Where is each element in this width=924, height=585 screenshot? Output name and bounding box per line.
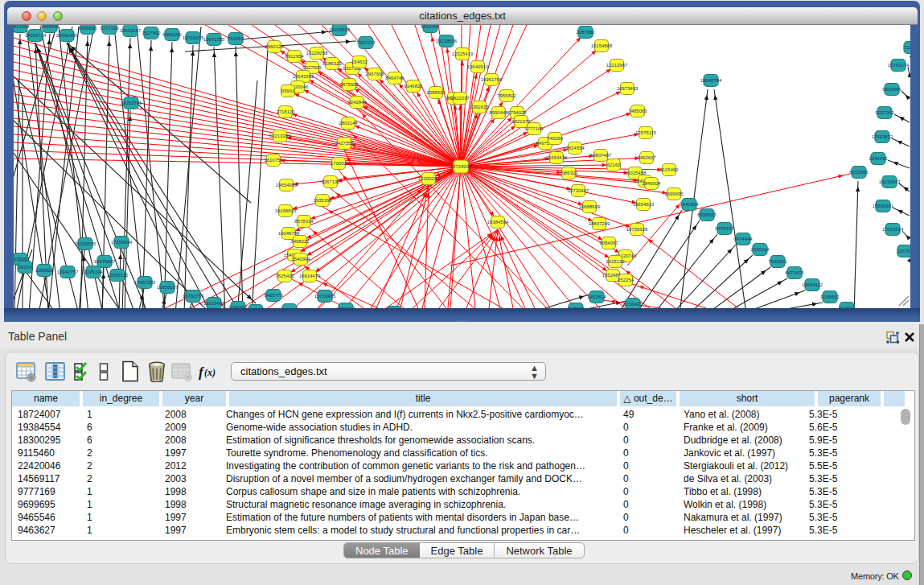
svg-text:9777169: 9777169 [524,126,544,131]
svg-text:3267130: 3267130 [321,179,340,184]
svg-text:13640910: 13640910 [467,64,489,69]
svg-text:252254: 252254 [618,278,634,282]
svg-text:170062: 170062 [331,161,347,166]
svg-text:13226058: 13226058 [306,51,328,56]
svg-text:1615132: 1615132 [606,259,625,264]
svg-text:1244415: 1244415 [869,156,888,161]
svg-text:10975887: 10975887 [94,259,116,264]
svg-text:751552: 751552 [228,36,244,41]
svg-text:10688609: 10688609 [579,204,601,209]
svg-text:15751074: 15751074 [888,63,910,68]
svg-text:17957255: 17957255 [134,280,156,285]
svg-text:16210643: 16210643 [879,179,901,184]
svg-text:18807249: 18807249 [589,221,610,226]
svg-text:9084067: 9084067 [599,241,618,245]
svg-text:6479197: 6479197 [715,226,734,231]
svg-text:1527602: 1527602 [142,31,161,35]
svg-text:7625402: 7625402 [275,274,294,278]
svg-text:16648784: 16648784 [700,78,722,83]
svg-text:10958107: 10958107 [157,285,179,290]
svg-text:2803144: 2803144 [339,121,358,126]
svg-text:9327509: 9327509 [302,65,322,70]
svg-text:8990448: 8990448 [489,110,508,115]
svg-text:2967608: 2967608 [365,72,384,76]
svg-text:12325419: 12325419 [452,51,474,56]
svg-text:8813054: 8813054 [421,25,440,29]
svg-text:9245652: 9245652 [820,295,840,299]
svg-text:10653267: 10653267 [120,28,142,33]
svg-text:9699695: 9699695 [78,26,97,31]
svg-text:1935399: 1935399 [313,198,332,203]
svg-text:15720407: 15720407 [568,188,589,193]
svg-text:9242844: 9242844 [347,100,367,105]
svg-text:20364436: 20364436 [546,155,568,160]
svg-text:9474444: 9474444 [733,237,753,241]
svg-text:9465779: 9465779 [264,293,283,298]
svg-text:2087682: 2087682 [576,30,595,35]
svg-text:9465546: 9465546 [40,25,60,29]
svg-text:12213967: 12213967 [606,63,628,68]
svg-text:19218506: 19218506 [436,39,458,43]
svg-text:1362615: 1362615 [470,105,489,109]
svg-text:12093822: 12093822 [872,134,893,139]
svg-text:17359934: 17359934 [111,240,133,245]
svg-text:16543362: 16543362 [293,74,314,79]
svg-text:18724007: 18724007 [450,164,472,169]
svg-text:16154808: 16154808 [591,43,613,48]
svg-text:10756928: 10756928 [626,227,648,232]
svg-text:9146821: 9146821 [404,84,423,89]
svg-text:3822037: 3822037 [450,96,470,101]
svg-text:8186323: 8186323 [322,61,342,66]
svg-text:19166825: 19166825 [275,208,297,213]
svg-text:1588520: 1588520 [426,90,446,95]
svg-text:2935114: 2935114 [751,247,770,252]
svg-text:1733426: 1733426 [623,302,643,307]
svg-text:6794028: 6794028 [507,110,527,115]
svg-text:8912954: 8912954 [285,54,304,59]
svg-text:126753: 126753 [897,249,910,253]
svg-text:1849504: 1849504 [642,181,661,186]
svg-text:15716485: 15716485 [314,294,336,299]
svg-text:19384554: 19384554 [487,220,509,225]
svg-text:7485063: 7485063 [628,109,647,113]
svg-text:12213383: 12213383 [269,134,291,138]
svg-text:6966160: 6966160 [162,32,182,37]
svg-text:8813054: 8813054 [14,25,30,29]
svg-text:1156829: 1156829 [35,268,55,273]
svg-text:17016514: 17016514 [882,227,904,232]
svg-text:19654983: 19654983 [276,183,298,187]
svg-text:154632: 154632 [351,60,368,64]
svg-text:93901: 93901 [281,89,295,93]
svg-text:8938923: 8938923 [697,212,717,217]
svg-text:10654112: 10654112 [802,282,823,287]
svg-text:8454749: 8454749 [385,76,405,80]
svg-text:16782759: 16782759 [183,294,204,299]
svg-text:(x): (x) [204,367,216,378]
svg-text:9777169: 9777169 [100,26,119,31]
svg-text:1440954: 1440954 [680,202,699,207]
svg-text:20053346: 20053346 [121,101,142,105]
svg-text:16914479: 16914479 [299,274,321,278]
svg-text:3498222: 3498222 [290,239,310,244]
svg-text:9463627: 9463627 [637,155,656,160]
svg-text:2718120: 2718120 [276,109,295,114]
svg-text:62160: 62160 [607,163,621,167]
svg-text:12505135: 12505135 [107,273,129,278]
svg-text:12323468: 12323468 [203,301,225,306]
svg-text:8960124: 8960124 [265,44,284,49]
svg-text:16961758: 16961758 [481,77,503,82]
svg-text:7357274: 7357274 [356,40,376,45]
svg-text:3875605: 3875605 [339,82,359,87]
svg-text:9227342: 9227342 [875,110,894,115]
svg-text:746266: 746266 [547,136,564,141]
svg-text:16033809: 16033809 [329,27,351,32]
svg-text:1610755: 1610755 [264,158,283,163]
svg-text:20200535: 20200535 [75,241,97,246]
svg-text:8471676: 8471676 [785,270,804,275]
svg-text:1145194: 1145194 [84,270,104,274]
svg-text:9115460: 9115460 [660,167,680,172]
svg-text:15692901: 15692901 [873,204,894,208]
svg-text:10973493: 10973493 [617,86,639,91]
svg-text:7955812: 7955812 [497,93,516,98]
svg-text:7986322: 7986322 [559,171,578,175]
